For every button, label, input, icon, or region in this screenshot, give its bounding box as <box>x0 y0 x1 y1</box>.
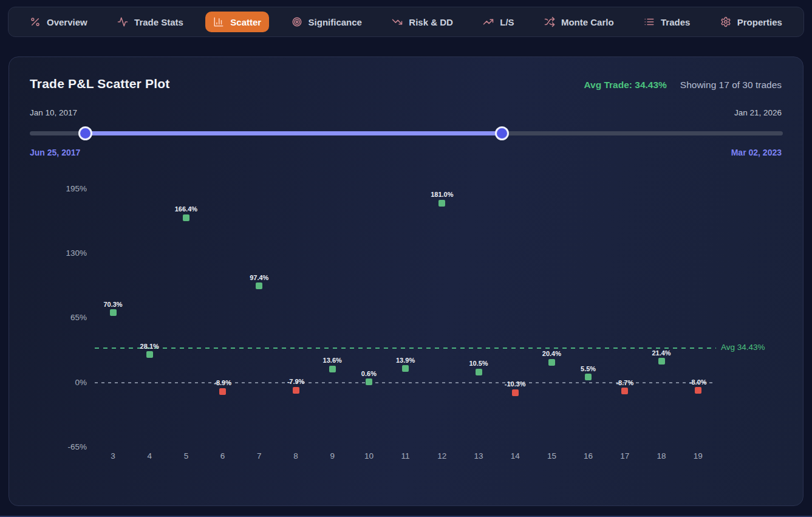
x-axis-tick: 7 <box>257 451 262 461</box>
tab-label: Monte Carlo <box>561 17 614 27</box>
trending-down-icon <box>392 16 403 27</box>
y-axis-tick: 65% <box>33 313 87 322</box>
trade-point-label: 21.4% <box>652 349 670 357</box>
tab-label: Trades <box>661 17 690 27</box>
tab-label: Significance <box>309 17 362 27</box>
tab-label: L/S <box>500 17 514 27</box>
trade-point-win[interactable] <box>438 200 445 207</box>
trade-point-loss[interactable] <box>512 389 519 396</box>
tab-l-s[interactable]: L/S <box>475 12 522 32</box>
x-axis-tick: 5 <box>184 451 189 461</box>
trade-point-label: 0.6% <box>361 370 377 377</box>
x-axis-tick: 9 <box>330 451 335 461</box>
trade-point-label: -7.9% <box>287 378 305 385</box>
trade-point-win[interactable] <box>548 359 555 366</box>
trade-point-label: 13.9% <box>396 357 415 364</box>
trade-point-win[interactable] <box>110 309 117 316</box>
trade-point-win[interactable] <box>476 369 482 375</box>
scatter-panel: Trade P&L Scatter Plot Avg Trade: 34.43%… <box>9 56 803 506</box>
tab-label: Overview <box>47 17 87 27</box>
trending-up-icon <box>483 16 494 27</box>
gear-icon <box>720 16 731 27</box>
tab-significance[interactable]: Significance <box>284 12 370 32</box>
bar-chart-icon <box>213 16 224 27</box>
trade-point-win[interactable] <box>146 351 153 358</box>
tab-monte-carlo[interactable]: Monte Carlo <box>536 12 622 32</box>
avg-line <box>95 348 716 349</box>
tab-risk-dd[interactable]: Risk & DD <box>384 12 461 32</box>
trade-point-label: 70.3% <box>103 301 122 308</box>
trade-point-loss[interactable] <box>219 388 226 395</box>
y-axis-tick: 130% <box>33 248 87 258</box>
x-axis-tick: 16 <box>584 451 593 461</box>
trade-point-win[interactable] <box>585 374 592 380</box>
y-axis-tick: 0% <box>33 378 87 387</box>
trade-point-label: 28.1% <box>140 343 159 350</box>
x-axis-tick: 19 <box>694 451 703 461</box>
trade-point-win[interactable] <box>329 366 336 372</box>
x-axis-tick: 6 <box>220 451 225 461</box>
shuffle-icon <box>544 16 555 27</box>
x-axis-tick: 13 <box>474 451 483 461</box>
scatter-chart: 195%130%65%0%-65%Avg 34.43%3456789101112… <box>9 57 803 505</box>
x-axis-tick: 4 <box>147 451 152 461</box>
tab-properties[interactable]: Properties <box>712 12 790 32</box>
trade-point-win[interactable] <box>256 282 262 289</box>
trade-point-label: 20.4% <box>542 350 561 357</box>
app-root: { "nav": { "tabs": [ {"label": "Overview… <box>0 0 812 517</box>
list-icon <box>644 16 655 27</box>
trade-point-loss[interactable] <box>293 387 299 394</box>
trade-point-win[interactable] <box>658 358 665 365</box>
target-icon <box>292 16 302 27</box>
trade-point-label: -10.3% <box>505 380 526 388</box>
x-axis-tick: 17 <box>620 451 629 461</box>
tab-scatter[interactable]: Scatter <box>205 12 269 32</box>
trade-point-loss[interactable] <box>621 388 628 394</box>
tab-overview[interactable]: Overview <box>22 12 95 32</box>
tab-label: Risk & DD <box>409 17 453 27</box>
y-axis-tick: 195% <box>33 184 87 193</box>
x-axis-tick: 18 <box>657 451 666 461</box>
tab-trade-stats[interactable]: Trade Stats <box>109 12 191 32</box>
x-axis-tick: 3 <box>111 451 115 461</box>
tab-label: Properties <box>737 17 782 27</box>
trade-point-label: 5.5% <box>581 365 596 372</box>
trade-point-win[interactable] <box>366 378 372 385</box>
trade-point-label: 13.6% <box>323 357 342 364</box>
activity-icon <box>117 16 128 27</box>
trade-point-label: 166.4% <box>175 205 197 213</box>
x-axis-tick: 14 <box>511 451 520 461</box>
x-axis-tick: 12 <box>437 451 446 461</box>
tab-label: Trade Stats <box>134 17 183 27</box>
trade-point-label: 10.5% <box>469 360 488 367</box>
trade-point-label: 181.0% <box>431 191 453 198</box>
x-axis-tick: 11 <box>401 451 410 461</box>
trade-point-win[interactable] <box>183 214 189 221</box>
trade-point-win[interactable] <box>402 365 409 372</box>
x-axis-tick: 10 <box>364 451 374 461</box>
trade-point-label: -8.9% <box>214 379 231 386</box>
trade-point-loss[interactable] <box>695 387 701 394</box>
trade-point-label: -8.7% <box>616 379 633 386</box>
x-axis-tick: 8 <box>293 451 298 461</box>
tab-label: Scatter <box>230 17 261 27</box>
avg-line-label: Avg 34.43% <box>721 343 765 352</box>
tab-bar: OverviewTrade StatsScatterSignificanceRi… <box>8 7 804 37</box>
trade-point-label: -8.0% <box>689 378 707 386</box>
percent-icon <box>30 16 41 27</box>
x-axis-tick: 15 <box>547 451 556 461</box>
tab-trades[interactable]: Trades <box>636 12 698 32</box>
y-axis-tick: -65% <box>33 442 87 451</box>
trade-point-label: 97.4% <box>250 274 268 281</box>
